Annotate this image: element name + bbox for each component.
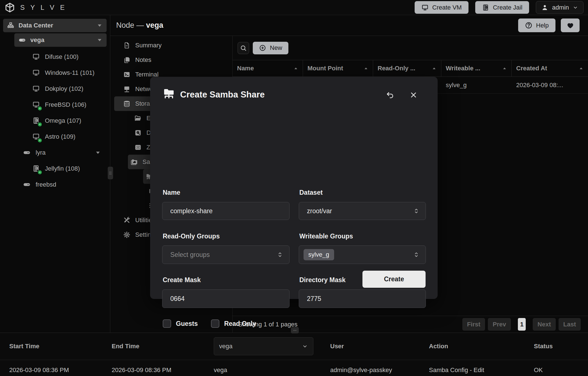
page-header-actions: Help [518,18,580,32]
sidebar-item-vm-freebsd[interactable]: FreeBSD (106) [0,97,110,113]
file-text-icon [123,41,131,49]
jail-icon [32,164,40,173]
audit-column-start-time: Start Time [9,333,39,360]
audit-panel-resize-handle[interactable] [291,327,299,333]
sylve-logo-cube-icon [4,2,15,13]
vm-label: Astro (109) [45,133,75,140]
user-menu-button[interactable]: admin [536,1,584,14]
help-label: Help [536,22,549,29]
sidebar-item-vm-windows-11[interactable]: Windows-11 (101) [0,65,110,81]
close-button[interactable] [408,89,419,101]
new-share-button[interactable]: New [253,42,288,54]
sidebar-item-vm-difuse[interactable]: Difuse (100) [0,49,110,65]
brand: S Y L V E [4,2,66,13]
search-button[interactable] [238,42,249,54]
server-icon [22,148,31,157]
prev-page-button[interactable]: Prev [488,318,511,331]
checkbox-box[interactable] [163,319,171,328]
create-mask-input[interactable] [162,289,290,308]
pagination-bar: Showing 1 of 1 pages First Prev 1 Next L… [233,316,588,333]
running-badge [37,106,42,111]
reset-button[interactable] [384,89,396,101]
directory-mask-input[interactable] [299,289,426,308]
readonly-groups-label: Read-Only Groups [163,233,220,240]
nav-label: Notes [135,56,151,64]
guests-label: Guests [176,320,198,328]
audit-column-action: Action [429,333,448,360]
read-only-checkbox[interactable]: Read Only [211,319,256,328]
sidebar: Data Center vega Difuse (100) Windows-11… [0,15,110,333]
sidebar-item-vm-dokploy[interactable]: Dokploy (102) [0,81,110,97]
page-header: Node — vega Help [110,15,588,36]
monitor-icon [32,133,40,141]
nav-item-notes[interactable]: Notes [114,53,228,67]
node-label: freebsd [36,181,56,188]
close-icon [409,91,418,99]
create-samba-share-dialog: Create Samba Share Name Dataset zroot/va… [150,77,438,299]
readonly-groups-select[interactable]: Select groups [162,245,290,264]
readonly-groups-placeholder: Select groups [170,251,210,259]
running-badge [37,122,42,127]
monitor-icon [32,69,40,77]
running-badge [37,170,42,175]
column-header-created-at[interactable]: Created At [511,60,588,76]
audit-cell-node: vega [214,362,227,376]
question-circle-icon [525,22,532,29]
column-header-mount-point[interactable]: Mount Point [303,60,373,76]
cell-writeable: sylve_g [441,82,511,89]
chevrons-up-down-icon [413,207,420,215]
audit-log-panel: Start Time End Time vega User Action Sta… [0,333,588,376]
monitor-icon [421,4,429,11]
sidebar-resize-handle[interactable] [108,167,113,179]
audit-column-user: User [330,333,344,360]
share-name-input[interactable] [162,202,290,220]
dialog-title: Create Samba Share [180,90,265,100]
audit-cell-action: Samba Config - Edit [429,362,484,376]
last-page-button[interactable]: Last [559,318,581,331]
sidebar-item-data-center[interactable]: Data Center [3,19,107,32]
topbar: S Y L V E Create VM Create Jail admin [0,0,588,15]
column-header-writeable[interactable]: Writeable ... [441,60,511,76]
audit-cell-end-time: 2026-03-09 08:36 PM [112,362,171,376]
column-header-name[interactable]: Name [233,60,303,76]
guests-checkbox[interactable]: Guests [163,319,198,328]
server-icon [18,36,26,44]
sidebar-item-node-freebsd[interactable]: freebsd [0,177,110,192]
heart-icon [566,22,574,29]
dataset-select[interactable]: zroot/var [299,202,426,220]
sort-asc-icon [293,66,298,71]
data-center-label: Data Center [19,22,53,29]
create-jail-button[interactable]: Create Jail [475,1,529,14]
selected-group-chip[interactable]: sylve_g [304,249,334,260]
sidebar-item-jail-jellyfin[interactable]: Jellyfin (108) [0,161,110,177]
sort-asc-icon [579,66,584,71]
page-title-node: vega [146,21,164,29]
help-button[interactable]: Help [518,18,555,32]
column-label: Created At [516,65,547,72]
sidebar-item-node-lyra[interactable]: lyra [0,145,110,161]
create-submit-button[interactable]: Create [362,271,426,288]
column-header-read-only[interactable]: Read-Only ... [373,60,441,76]
name-field-label: Name [163,189,180,196]
writeable-groups-select[interactable]: sylve_g [299,245,426,264]
pagination-buttons: First Prev 1 Next Last [462,318,581,331]
create-vm-button[interactable]: Create VM [415,1,468,14]
next-page-button[interactable]: Next [533,318,556,331]
first-page-button[interactable]: First [462,318,485,331]
favorite-button[interactable] [561,18,580,32]
sidebar-item-node-vega[interactable]: vega [14,33,107,47]
plus-circle-icon [259,44,266,52]
tools-icon [123,216,131,224]
sidebar-item-jail-omega[interactable]: Omega (107) [0,113,110,129]
sidebar-item-vm-astro[interactable]: Astro (109) [0,129,110,145]
hard-disk-icon [134,129,142,137]
nav-item-summary[interactable]: Summary [114,38,228,53]
grip-dots-icon [108,169,113,177]
shares-table-header: Name Mount Point Read-Only ... Writ [233,60,588,77]
current-page-button[interactable]: 1 [518,318,526,331]
audit-node-filter-select[interactable]: vega [214,337,313,355]
undo-icon [386,91,394,99]
vm-label: Windows-11 (101) [45,69,95,76]
checkbox-box[interactable] [211,319,219,328]
create-jail-label: Create Jail [493,4,522,11]
